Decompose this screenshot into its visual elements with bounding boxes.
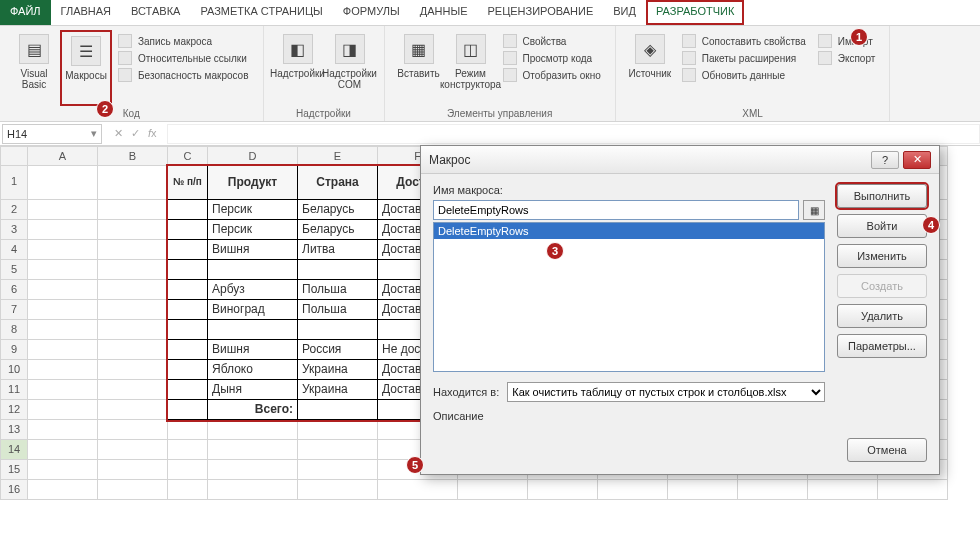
select-all-corner[interactable] xyxy=(0,146,28,166)
cell[interactable] xyxy=(738,480,808,500)
row-header[interactable]: 4 xyxy=(0,240,28,260)
cell[interactable] xyxy=(98,200,168,220)
cell[interactable] xyxy=(878,480,948,500)
cell[interactable]: Беларусь xyxy=(298,220,378,240)
cell[interactable] xyxy=(298,480,378,500)
cell[interactable] xyxy=(98,380,168,400)
show-dialog-button[interactable]: Отобразить окно xyxy=(503,68,601,82)
cell[interactable] xyxy=(98,280,168,300)
cell[interactable] xyxy=(28,460,98,480)
tab-insert[interactable]: ВСТАВКА xyxy=(121,0,190,25)
cell[interactable] xyxy=(98,360,168,380)
cell[interactable] xyxy=(208,480,298,500)
cell[interactable] xyxy=(28,340,98,360)
tab-home[interactable]: ГЛАВНАЯ xyxy=(51,0,121,25)
expansion-packs-button[interactable]: Пакеты расширения xyxy=(682,51,806,65)
row-header[interactable]: 13 xyxy=(0,420,28,440)
cell[interactable]: Персик xyxy=(208,220,298,240)
row-header[interactable]: 16 xyxy=(0,480,28,500)
step-into-button[interactable]: Войти xyxy=(837,214,927,238)
cell[interactable]: Персик xyxy=(208,200,298,220)
help-button[interactable]: ? xyxy=(871,151,899,169)
cell[interactable] xyxy=(298,420,378,440)
cell[interactable] xyxy=(208,260,298,280)
row-header[interactable]: 8 xyxy=(0,320,28,340)
refresh-data-button[interactable]: Обновить данные xyxy=(682,68,806,82)
cell[interactable] xyxy=(208,320,298,340)
map-props-button[interactable]: Сопоставить свойства xyxy=(682,34,806,48)
cell[interactable]: Страна xyxy=(298,166,378,200)
cell[interactable] xyxy=(298,260,378,280)
cell[interactable] xyxy=(98,400,168,420)
cell[interactable] xyxy=(168,360,208,380)
properties-button[interactable]: Свойства xyxy=(503,34,601,48)
cell[interactable] xyxy=(168,420,208,440)
tab-developer[interactable]: РАЗРАБОТЧИК xyxy=(646,0,744,25)
cell[interactable] xyxy=(168,220,208,240)
cell[interactable] xyxy=(98,480,168,500)
cell[interactable] xyxy=(168,440,208,460)
row-header[interactable]: 9 xyxy=(0,340,28,360)
tab-view[interactable]: ВИД xyxy=(603,0,646,25)
cell[interactable] xyxy=(208,440,298,460)
col-header[interactable]: E xyxy=(298,146,378,166)
cell[interactable]: Польша xyxy=(298,300,378,320)
macro-name-input[interactable] xyxy=(433,200,799,220)
cell[interactable] xyxy=(28,440,98,460)
cell[interactable]: Всего: xyxy=(208,400,298,420)
row-header[interactable]: 12 xyxy=(0,400,28,420)
row-header[interactable]: 6 xyxy=(0,280,28,300)
edit-button[interactable]: Изменить xyxy=(837,244,927,268)
row-header[interactable]: 5 xyxy=(0,260,28,280)
enter-formula-icon[interactable]: ✓ xyxy=(131,127,140,140)
cell[interactable] xyxy=(168,200,208,220)
row-header[interactable]: 14 xyxy=(0,440,28,460)
cell[interactable] xyxy=(28,380,98,400)
tab-file[interactable]: ФАЙЛ xyxy=(0,0,51,25)
tab-review[interactable]: РЕЦЕНЗИРОВАНИЕ xyxy=(477,0,603,25)
cell[interactable] xyxy=(298,400,378,420)
cell[interactable]: Продукт xyxy=(208,166,298,200)
cell[interactable] xyxy=(168,400,208,420)
cancel-button[interactable]: Отмена xyxy=(847,438,927,462)
close-button[interactable]: ✕ xyxy=(903,151,931,169)
cell[interactable]: Вишня xyxy=(208,240,298,260)
name-box[interactable]: H14▾ xyxy=(2,124,102,144)
cell[interactable]: Россия xyxy=(298,340,378,360)
cell[interactable]: Беларусь xyxy=(298,200,378,220)
cell[interactable] xyxy=(28,260,98,280)
design-mode-button[interactable]: ◫Режим конструктора xyxy=(445,30,497,106)
cell[interactable] xyxy=(168,260,208,280)
cell[interactable] xyxy=(98,220,168,240)
col-header[interactable]: C xyxy=(168,146,208,166)
tab-data[interactable]: ДАННЫЕ xyxy=(410,0,478,25)
col-header[interactable]: D xyxy=(208,146,298,166)
options-button[interactable]: Параметры... xyxy=(837,334,927,358)
cell[interactable] xyxy=(668,480,738,500)
col-header[interactable]: A xyxy=(28,146,98,166)
cell[interactable]: Арбуз xyxy=(208,280,298,300)
cell[interactable] xyxy=(298,440,378,460)
cell[interactable] xyxy=(28,280,98,300)
cell[interactable] xyxy=(168,380,208,400)
visual-basic-button[interactable]: ▤ Visual Basic xyxy=(8,30,60,106)
row-header[interactable]: 2 xyxy=(0,200,28,220)
cell[interactable]: Польша xyxy=(298,280,378,300)
cell[interactable] xyxy=(98,340,168,360)
cell[interactable] xyxy=(98,260,168,280)
cell[interactable] xyxy=(208,460,298,480)
cell[interactable] xyxy=(98,300,168,320)
macros-button[interactable]: ☰ Макросы xyxy=(60,30,112,106)
cell[interactable] xyxy=(168,460,208,480)
cell[interactable] xyxy=(98,460,168,480)
row-header[interactable]: 3 xyxy=(0,220,28,240)
cell[interactable] xyxy=(208,420,298,440)
cell[interactable]: Вишня xyxy=(208,340,298,360)
cell[interactable] xyxy=(458,480,528,500)
cell[interactable]: Литва xyxy=(298,240,378,260)
macro-list[interactable]: DeleteEmptyRows xyxy=(433,222,825,372)
macro-security-button[interactable]: Безопасность макросов xyxy=(118,68,249,82)
cell[interactable] xyxy=(168,300,208,320)
cell[interactable] xyxy=(168,340,208,360)
cell[interactable] xyxy=(28,240,98,260)
